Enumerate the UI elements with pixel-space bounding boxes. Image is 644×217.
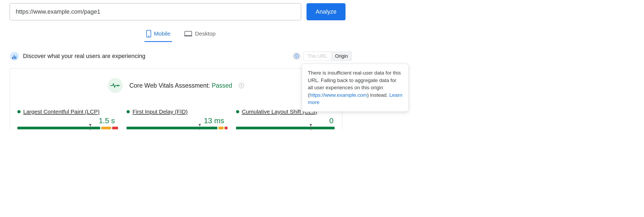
analyze-button[interactable]: Analyze <box>307 3 345 20</box>
tooltip-text-2: ) instead. <box>367 92 389 98</box>
tab-desktop[interactable]: Desktop <box>183 28 217 42</box>
tab-mobile[interactable]: Mobile <box>144 28 172 42</box>
discover-chart-icon <box>10 52 19 61</box>
status-dot-good <box>17 110 21 113</box>
mobile-icon <box>146 30 151 37</box>
vitals-panel: Core Web Vitals Assessment: Passed ? Lar… <box>10 68 342 129</box>
device-tabs: Mobile Desktop <box>10 28 352 42</box>
svg-rect-3 <box>184 36 192 36</box>
tab-desktop-label: Desktop <box>195 30 215 37</box>
metric-cls-value: 0 <box>236 117 333 125</box>
metric-lcp: Largest Contentful Paint (LCP) 1.5 s <box>17 108 116 129</box>
pulse-icon <box>108 78 123 93</box>
scope-origin[interactable]: Origin <box>331 52 352 60</box>
help-icon[interactable]: ? <box>239 83 244 88</box>
svg-point-7 <box>117 85 119 86</box>
info-icon[interactable] <box>293 52 301 60</box>
metric-fid-bar <box>127 127 225 129</box>
metric-fid: First Input Delay (FID) 13 ms <box>127 108 225 129</box>
assessment-prefix: Core Web Vitals Assessment: <box>129 82 212 89</box>
metric-lcp-value: 1.5 s <box>17 117 115 125</box>
svg-rect-5 <box>296 56 297 57</box>
url-input[interactable] <box>10 3 301 20</box>
discover-title: Discover what your real users are experi… <box>23 53 146 60</box>
assessment-status: Passed <box>212 82 232 89</box>
tab-mobile-label: Mobile <box>154 30 171 37</box>
status-dot-good <box>127 110 130 113</box>
status-dot-good <box>236 110 239 113</box>
svg-rect-6 <box>296 55 297 56</box>
metric-lcp-bar <box>17 127 116 129</box>
tooltip-origin-link[interactable]: https://www.example.com <box>309 92 367 98</box>
scope-this-url: This URL <box>304 52 331 60</box>
metric-fid-value: 13 ms <box>127 117 224 125</box>
svg-rect-2 <box>185 31 192 36</box>
desktop-icon <box>184 31 192 37</box>
metric-fid-name[interactable]: First Input Delay (FID) <box>132 108 188 115</box>
assessment-text: Core Web Vitals Assessment: Passed <box>129 82 232 89</box>
origin-fallback-tooltip: There is insufficient real-user data for… <box>302 64 409 112</box>
metric-cls-bar <box>236 127 335 129</box>
scope-toggle: This URL Origin <box>303 52 352 61</box>
svg-rect-1 <box>148 36 150 36</box>
metric-lcp-name[interactable]: Largest Contentful Paint (LCP) <box>23 108 100 115</box>
